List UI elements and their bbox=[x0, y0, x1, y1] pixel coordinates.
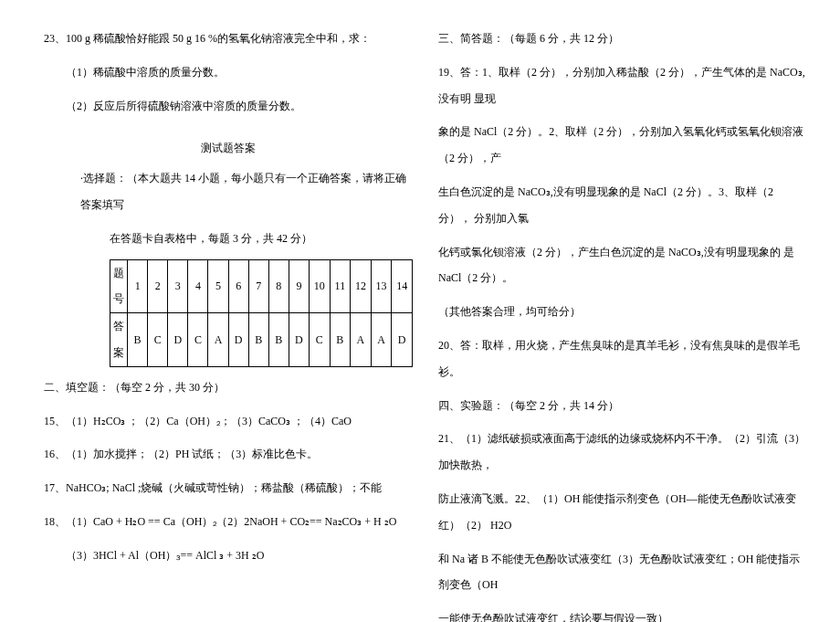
q23-sub1: （1）稀硫酸中溶质的质量分数。 bbox=[44, 59, 413, 86]
col-num: 3 bbox=[168, 259, 188, 313]
ans-cell: C bbox=[148, 313, 168, 367]
row-head-label: 题号 bbox=[110, 259, 128, 313]
row-ans-label: 答案 bbox=[110, 313, 128, 367]
col-num: 9 bbox=[289, 259, 309, 313]
answer-21-line3: 和 Na 诸 B 不能使无色酚吹试液变红（3）无色酚吹试液变红；OH 能使指示剂… bbox=[438, 546, 805, 599]
answer-19-line4: 化钙或氯化钡溶液（2 分），产生白色沉淀的是 NaCO₃,没有明显现象的 是 N… bbox=[438, 239, 805, 292]
col-num: 13 bbox=[371, 259, 392, 313]
ans-cell: A bbox=[351, 313, 372, 367]
q23-sub2: （2）反应后所得硫酸钠溶液中溶质的质量分数。 bbox=[44, 93, 413, 120]
answer-18-line2: （3）3HCl + Al（OH）₃== AlCl ₃ + 3H ₂O bbox=[44, 543, 413, 569]
answer-16: 16、（1）加水搅拌；（2）PH 试纸；（3）标准比色卡。 bbox=[44, 441, 413, 468]
col-num: 5 bbox=[208, 259, 228, 313]
section1-instruction-line2: 在答题卡自表格中，每题 3 分，共 42 分） bbox=[44, 226, 413, 252]
q23-stem: 23、100 g 稀硫酸恰好能跟 50 g 16 %的氢氧化钠溶液完全中和，求： bbox=[44, 26, 413, 52]
answer-19-line3: 生白色沉淀的是 NaCO₃,没有明显现象的是 NaCl（2 分）。3、取样（2 … bbox=[438, 179, 805, 232]
table-row: 答案 B C D C A D B B D C B A A D bbox=[110, 313, 413, 367]
col-num: 14 bbox=[392, 259, 413, 313]
answer-19-line2: 象的是 NaCl（2 分）。2、取样（2 分），分别加入氢氧化钙或氢氧化钡溶液（… bbox=[438, 119, 805, 172]
ans-cell: D bbox=[289, 313, 309, 367]
ans-cell: D bbox=[228, 313, 248, 367]
section3-heading: 三、简答题：（每题 6 分，共 12 分） bbox=[438, 26, 805, 52]
ans-cell: C bbox=[310, 313, 331, 367]
answer-20: 20、答：取样，用火烧，产生焦臭味的是真羊毛衫，没有焦臭味的是假羊毛衫。 bbox=[438, 332, 805, 385]
col-num: 8 bbox=[268, 259, 289, 313]
answer-19-line5: （其他答案合理，均可给分） bbox=[438, 299, 805, 325]
answer-table: 题号 1 2 3 4 5 6 7 8 9 10 11 12 13 14 答案 B… bbox=[44, 259, 413, 367]
table-row: 题号 1 2 3 4 5 6 7 8 9 10 11 12 13 14 bbox=[110, 259, 413, 313]
section2-heading: 二、填空题：（每空 2 分，共 30 分） bbox=[44, 374, 413, 401]
ans-cell: A bbox=[208, 313, 228, 367]
col-num: 12 bbox=[351, 259, 372, 313]
col-num: 11 bbox=[330, 259, 351, 313]
answer-21-line2: 防止液滴飞溅。22、（1）OH 能使指示剂变色（OH—能使无色酚吹试液变红）（2… bbox=[438, 486, 805, 539]
section1-instruction-line1: ·选择题：（本大题共 14 小题，每小题只有一个正确答案，请将正确答案填写 bbox=[44, 165, 413, 218]
answer-19-line1: 19、答：1、取样（2 分），分别加入稀盐酸（2 分），产生气体的是 NaCO₃… bbox=[438, 59, 805, 112]
ans-cell: B bbox=[128, 313, 148, 367]
answers-title: 测试题答案 bbox=[44, 135, 413, 162]
answer-18-line1: 18、（1）CaO + H₂O == Ca（OH）₂（2）2NaOH + CO₂… bbox=[44, 509, 413, 535]
col-num: 10 bbox=[310, 259, 331, 313]
col-num: 2 bbox=[148, 259, 168, 313]
ans-cell: C bbox=[188, 313, 208, 367]
answer-21-line4: 一能使无色酚吹试液变红，结论要与假设一致） bbox=[438, 606, 805, 622]
ans-cell: D bbox=[168, 313, 188, 367]
col-num: 4 bbox=[188, 259, 208, 313]
col-num: 7 bbox=[248, 259, 268, 313]
ans-cell: B bbox=[330, 313, 351, 367]
ans-cell: A bbox=[371, 313, 392, 367]
section4-heading: 四、实验题：（每空 2 分，共 14 分） bbox=[438, 393, 805, 419]
answer-15: 15、（1）H₂CO₃ ；（2）Ca（OH）₂；（3）CaCO₃ ；（4）CaO bbox=[44, 408, 413, 435]
ans-cell: D bbox=[392, 313, 413, 367]
answer-17: 17、NaHCO₃; NaCl ;烧碱（火碱或苛性钠）；稀盐酸（稀硫酸）；不能 bbox=[44, 475, 413, 501]
col-num: 6 bbox=[228, 259, 248, 313]
ans-cell: B bbox=[268, 313, 289, 367]
ans-cell: B bbox=[248, 313, 268, 367]
col-num: 1 bbox=[128, 259, 148, 313]
answer-21-line1: 21、（1）滤纸破损或液面高于滤纸的边缘或烧杯内不干净。（2）引流（3）加快散热… bbox=[438, 426, 805, 479]
